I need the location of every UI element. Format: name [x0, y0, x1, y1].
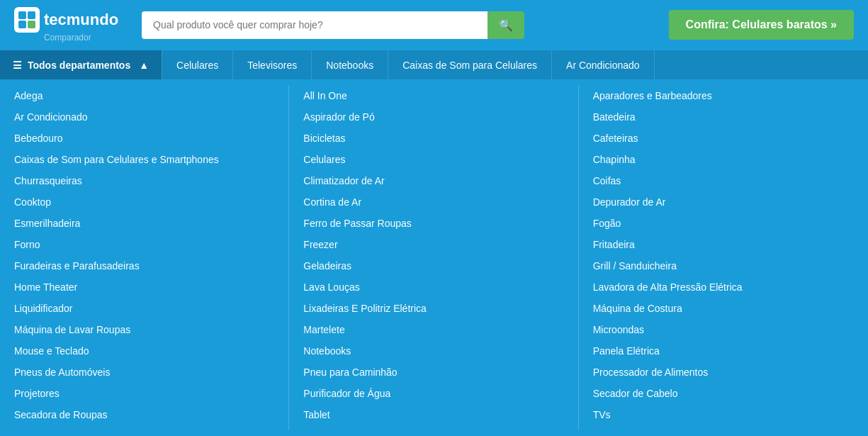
menu-item[interactable]: Aparadores e Barbeadores — [579, 85, 868, 106]
menu-item[interactable]: Mouse e Teclado — [0, 340, 288, 362]
menu-item[interactable]: Furadeiras e Parafusadeiras — [0, 255, 288, 276]
menu-item[interactable]: Fogão — [579, 213, 868, 234]
menu-item[interactable]: Notebooks — [289, 340, 577, 362]
search-input[interactable] — [142, 11, 487, 39]
menu-item[interactable]: Freezer — [289, 234, 577, 255]
search-area: 🔍 — [142, 11, 524, 39]
all-departments-button[interactable]: ☰ Todos departamentos ▲ — [0, 50, 162, 79]
menu-item[interactable]: Máquina de Costura — [579, 298, 868, 319]
nav-notebooks[interactable]: Notebooks — [312, 50, 388, 79]
menu-item[interactable]: Forno — [0, 234, 288, 255]
menu-item[interactable]: Ferro de Passar Roupas — [289, 213, 577, 234]
nav-caixas-som[interactable]: Caixas de Som para Celulares — [388, 50, 552, 79]
nav-links: Celulares Televisores Notebooks Caixas d… — [162, 50, 655, 79]
svg-rect-2 — [18, 21, 26, 28]
menu-item[interactable]: Liquidificador — [0, 298, 288, 319]
menu-item[interactable]: Máquina de Lavar Roupas — [0, 319, 288, 340]
menu-item[interactable]: Lava Louças — [289, 276, 577, 298]
menu-item[interactable]: Celulares — [289, 149, 577, 170]
menu-item[interactable]: Microondas — [579, 319, 868, 340]
menu-item[interactable]: Chapinha — [579, 149, 868, 170]
menu-item[interactable]: Pneu para Caminhão — [289, 362, 577, 383]
menu-item[interactable]: Grill / Sanduicheira — [579, 255, 868, 276]
hamburger-icon: ☰ — [13, 60, 22, 71]
logo-icon — [14, 7, 40, 33]
menu-item[interactable]: TVs — [579, 404, 868, 425]
nav-ar-condicionado[interactable]: Ar Condicionado — [552, 50, 655, 79]
menu-item[interactable]: Tablet — [289, 404, 577, 425]
promo-button[interactable]: Confira: Celulares baratos » — [669, 10, 854, 40]
menu-item[interactable]: Cortina de Ar — [289, 191, 577, 213]
header: tecmundo Comparador 🔍 Confira: Celulares… — [0, 0, 868, 50]
logo-top: tecmundo — [14, 7, 118, 33]
menu-item[interactable]: Coifas — [579, 170, 868, 191]
menu-item[interactable]: Lavadora de Alta Pressão Elétrica — [579, 276, 868, 298]
menu-item[interactable]: Aspirador de Pó — [289, 106, 577, 128]
menu-col-3: Aparadores e BarbeadoresBatedeiraCafetei… — [579, 85, 868, 430]
menu-item[interactable]: Projetores — [0, 383, 288, 404]
menu-item[interactable]: Cooktop — [0, 191, 288, 213]
menu-item[interactable]: Depurador de Ar — [579, 191, 868, 213]
menu-item[interactable]: Processador de Alimentos — [579, 362, 868, 383]
menu-item[interactable]: Bicicletas — [289, 128, 577, 149]
menu-item[interactable]: Ar Condicionado — [0, 106, 288, 128]
all-depts-label: Todos departamentos — [28, 60, 130, 71]
logo-text: tecmundo — [44, 11, 118, 29]
menu-item[interactable]: Secadora de Roupas — [0, 404, 288, 425]
logo-sub: Comparador — [44, 33, 91, 43]
menu-col-2: All In OneAspirador de PóBicicletasCelul… — [289, 85, 578, 430]
menu-item[interactable]: All In One — [289, 85, 577, 106]
dropdown-menu: AdegaAr CondicionadoBebedouroCaixas de S… — [0, 79, 868, 436]
menu-item[interactable]: Batedeira — [579, 106, 868, 128]
search-button[interactable]: 🔍 — [487, 11, 524, 39]
menu-item[interactable]: Caixas de Som para Celulares e Smartphon… — [0, 149, 288, 170]
svg-rect-3 — [28, 21, 35, 28]
chevron-up-icon: ▲ — [139, 60, 149, 71]
menu-item[interactable]: Martelete — [289, 319, 577, 340]
logo-area: tecmundo Comparador — [14, 7, 128, 43]
menu-item[interactable]: Secador de Cabelo — [579, 383, 868, 404]
navbar: ☰ Todos departamentos ▲ Celulares Televi… — [0, 50, 868, 79]
menu-item[interactable]: Churrasqueiras — [0, 170, 288, 191]
menu-item[interactable]: Geladeiras — [289, 255, 577, 276]
nav-celulares[interactable]: Celulares — [162, 50, 233, 79]
menu-item[interactable]: Pneus de Automóveis — [0, 362, 288, 383]
menu-item[interactable]: Esmerilhadeira — [0, 213, 288, 234]
menu-item[interactable]: Bebedouro — [0, 128, 288, 149]
menu-item[interactable]: Home Theater — [0, 276, 288, 298]
menu-item[interactable]: Lixadeiras E Politriz Elétrica — [289, 298, 577, 319]
menu-item[interactable]: Panela Elétrica — [579, 340, 868, 362]
menu-item[interactable]: Climatizador de Ar — [289, 170, 577, 191]
svg-rect-0 — [18, 11, 26, 19]
menu-col-1: AdegaAr CondicionadoBebedouroCaixas de S… — [0, 85, 289, 430]
svg-rect-1 — [28, 11, 35, 19]
menu-item[interactable]: Cafeteiras — [579, 128, 868, 149]
menu-item[interactable]: Fritadeira — [579, 234, 868, 255]
nav-televisores[interactable]: Televisores — [233, 50, 312, 79]
menu-item[interactable]: Adega — [0, 85, 288, 106]
menu-item[interactable]: Purificador de Água — [289, 383, 577, 404]
